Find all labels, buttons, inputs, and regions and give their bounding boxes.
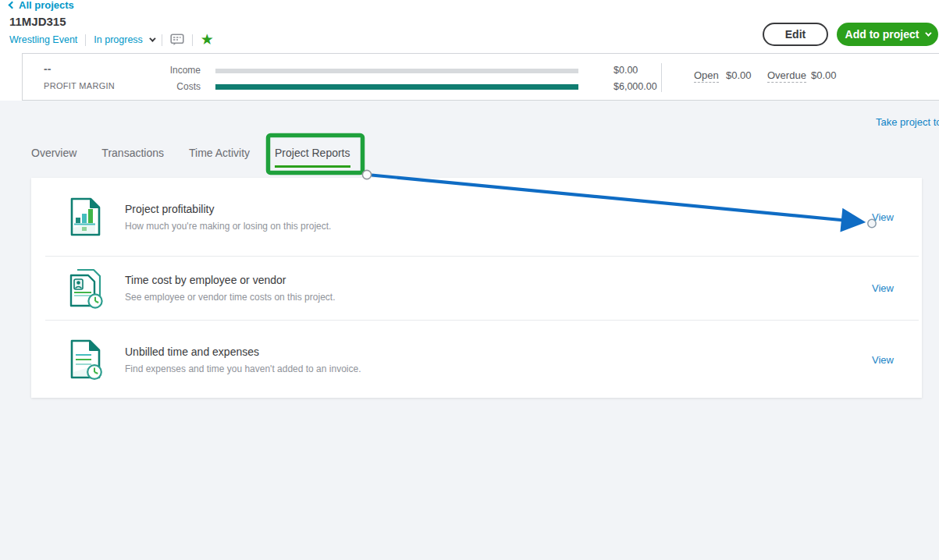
report-title: Unbilled time and expenses bbox=[125, 346, 361, 358]
back-link-label: All projects bbox=[19, 0, 74, 11]
income-bar bbox=[215, 69, 578, 73]
profit-margin-value: -- bbox=[44, 62, 51, 75]
tab-transactions[interactable]: Transactions bbox=[101, 147, 164, 168]
chevron-left-icon bbox=[9, 2, 16, 9]
tab-bar: Overview Transactions Time Activity Proj… bbox=[31, 147, 375, 168]
report-title: Project profitability bbox=[125, 203, 331, 215]
employee-time-documents-icon bbox=[67, 268, 105, 309]
project-header: All projects 11MJD315 Wrestling Event In… bbox=[0, 0, 939, 53]
costs-label: Costs bbox=[148, 81, 201, 92]
separator bbox=[162, 34, 162, 46]
overdue-amount-label[interactable]: Overdue bbox=[767, 69, 806, 83]
divider bbox=[661, 63, 662, 92]
report-text: Unbilled time and expenses Find expenses… bbox=[125, 346, 361, 374]
favorite-star-icon[interactable] bbox=[201, 34, 214, 46]
costs-bar bbox=[215, 84, 578, 90]
status-dropdown[interactable]: In progress bbox=[94, 34, 154, 45]
project-meta-row: Wrestling Event In progress bbox=[9, 34, 214, 46]
profit-margin-label: PROFIT MARGIN bbox=[44, 81, 115, 90]
project-page: All projects 11MJD315 Wrestling Event In… bbox=[0, 0, 939, 560]
tab-time-activity[interactable]: Time Activity bbox=[189, 147, 250, 168]
costs-value: $6,000.00 bbox=[614, 81, 657, 92]
notes-icon[interactable] bbox=[170, 34, 184, 46]
add-to-project-button[interactable]: Add to project bbox=[837, 23, 938, 46]
report-description: Find expenses and time you haven't added… bbox=[125, 363, 361, 374]
report-title: Time cost by employee or vendor bbox=[125, 274, 335, 286]
back-to-all-projects-link[interactable]: All projects bbox=[9, 0, 74, 11]
page-title: 11MJD315 bbox=[9, 15, 66, 28]
overdue-amount-value: $0.00 bbox=[811, 69, 837, 81]
report-row-project-profitability[interactable]: Project profitability How much you're ma… bbox=[31, 178, 922, 256]
project-stats-bar: -- PROFIT MARGIN Income $0.00 Costs $6,0… bbox=[22, 53, 939, 101]
tab-project-reports[interactable]: Project Reports bbox=[275, 147, 350, 168]
open-amount-value: $0.00 bbox=[726, 69, 752, 81]
bar-chart-document-icon bbox=[67, 197, 105, 237]
view-unbilled-time-link[interactable]: View bbox=[872, 354, 894, 366]
open-amount-label[interactable]: Open bbox=[694, 69, 719, 83]
report-description: How much you're making or losing on this… bbox=[125, 221, 331, 232]
report-row-unbilled-time[interactable]: Unbilled time and expenses Find expenses… bbox=[31, 321, 922, 399]
status-label: In progress bbox=[94, 34, 143, 45]
project-reports-card: Project profitability How much you're ma… bbox=[31, 178, 922, 398]
separator bbox=[192, 34, 193, 46]
chevron-down-icon bbox=[926, 30, 932, 36]
separator bbox=[85, 34, 86, 46]
report-description: See employee or vendor time costs on thi… bbox=[125, 292, 335, 303]
customer-link[interactable]: Wrestling Event bbox=[9, 34, 77, 45]
report-row-time-cost[interactable]: Time cost by employee or vendor See empl… bbox=[31, 257, 922, 320]
tab-overview[interactable]: Overview bbox=[31, 147, 76, 168]
income-label: Income bbox=[148, 65, 201, 76]
report-text: Project profitability How much you're ma… bbox=[125, 203, 331, 232]
chevron-down-icon bbox=[149, 35, 155, 41]
report-text: Time cost by employee or vendor See empl… bbox=[125, 274, 335, 303]
add-to-project-label: Add to project bbox=[845, 28, 919, 41]
document-clock-icon bbox=[67, 339, 105, 380]
view-time-cost-link[interactable]: View bbox=[872, 282, 894, 294]
view-project-profitability-link[interactable]: View bbox=[872, 211, 894, 223]
costs-bar-fill bbox=[215, 84, 578, 90]
edit-button[interactable]: Edit bbox=[763, 23, 828, 46]
income-value: $0.00 bbox=[614, 65, 638, 76]
take-project-tour-link[interactable]: Take project tour bbox=[876, 116, 939, 128]
